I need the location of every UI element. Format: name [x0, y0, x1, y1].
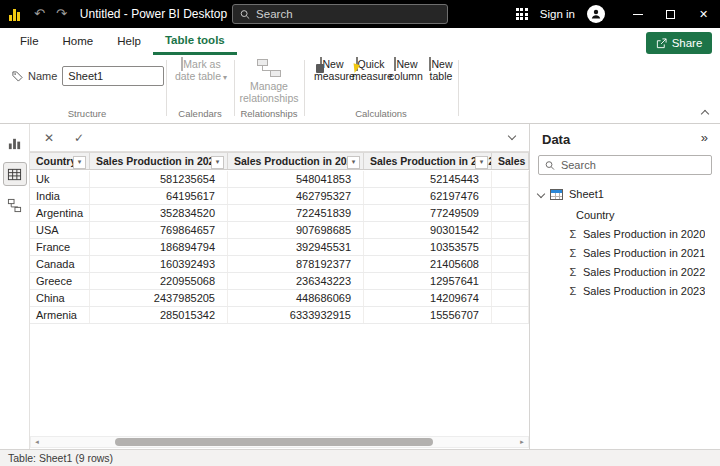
- table-cell[interactable]: 462795327: [228, 188, 364, 204]
- table-cell[interactable]: 548041853: [228, 171, 364, 187]
- table-cell[interactable]: [492, 239, 529, 255]
- collapse-ribbon-icon[interactable]: [701, 110, 709, 118]
- table-cell[interactable]: 15556707: [364, 307, 492, 323]
- scroll-right-icon[interactable]: ►: [516, 437, 528, 447]
- column-header[interactable]: Sales Production in 2023: [492, 153, 529, 169]
- report-view-button[interactable]: [3, 131, 27, 155]
- table-cell[interactable]: 160392493: [90, 256, 228, 272]
- scrollbar-thumb[interactable]: [115, 438, 433, 446]
- table-cell[interactable]: 392945531: [228, 239, 364, 255]
- column-header[interactable]: Sales Production in 2021▾: [228, 153, 364, 169]
- table-cell[interactable]: 21405608: [364, 256, 492, 272]
- table-row[interactable]: Uk58123565454804185352145443: [30, 171, 529, 188]
- table-cell[interactable]: 769864657: [90, 222, 228, 238]
- filter-dropdown-icon[interactable]: ▾: [347, 156, 360, 169]
- column-header[interactable]: Country▾: [30, 153, 90, 169]
- table-cell[interactable]: 52145443: [364, 171, 492, 187]
- table-row[interactable]: Argentina35283452072245183977249509: [30, 205, 529, 222]
- table-cell[interactable]: 220955068: [90, 273, 228, 289]
- titlebar-search-input[interactable]: [256, 8, 440, 20]
- table-cell[interactable]: 581235654: [90, 171, 228, 187]
- field-item[interactable]: ΣSales Production in 2020: [530, 224, 720, 243]
- undo-icon[interactable]: ↶: [34, 0, 45, 28]
- table-cell[interactable]: 448686069: [228, 290, 364, 306]
- table-row[interactable]: Greece22095506823634322312957641: [30, 273, 529, 290]
- tab-file[interactable]: File: [8, 28, 51, 55]
- table-cell[interactable]: 722451839: [228, 205, 364, 221]
- table-cell[interactable]: [492, 273, 529, 289]
- table-row[interactable]: USA76986465790769868590301542: [30, 222, 529, 239]
- table-row[interactable]: Canada16039249387819237721405608: [30, 256, 529, 273]
- share-button[interactable]: Share: [646, 32, 712, 54]
- scroll-left-icon[interactable]: ◄: [31, 437, 43, 447]
- table-cell[interactable]: 878192377: [228, 256, 364, 272]
- table-tree-item[interactable]: Sheet1: [530, 185, 720, 203]
- maximize-button[interactable]: [654, 0, 687, 28]
- table-cell[interactable]: 6333932915: [228, 307, 364, 323]
- table-row[interactable]: France18689479439294553110353575: [30, 239, 529, 256]
- table-cell[interactable]: 10353575: [364, 239, 492, 255]
- table-cell[interactable]: 2437985205: [90, 290, 228, 306]
- table-cell[interactable]: USA: [30, 222, 90, 238]
- table-cell[interactable]: [492, 171, 529, 187]
- table-cell[interactable]: 90301542: [364, 222, 492, 238]
- new-table-button[interactable]: New table: [424, 59, 458, 82]
- table-cell[interactable]: 77249509: [364, 205, 492, 221]
- table-cell[interactable]: Canada: [30, 256, 90, 272]
- table-cell[interactable]: Armenia: [30, 307, 90, 323]
- table-view-button[interactable]: [3, 162, 27, 186]
- tab-home[interactable]: Home: [51, 28, 106, 55]
- new-measure-button[interactable]: New measure: [314, 59, 350, 82]
- titlebar-search-box[interactable]: [232, 4, 448, 24]
- table-cell[interactable]: Greece: [30, 273, 90, 289]
- sign-in-button[interactable]: Sign in: [540, 8, 575, 20]
- tab-help[interactable]: Help: [105, 28, 153, 55]
- data-pane-search-box[interactable]: [538, 155, 712, 175]
- column-header[interactable]: Sales Production in 2020▾: [90, 153, 228, 169]
- horizontal-scrollbar[interactable]: ◄ ►: [30, 436, 529, 448]
- table-cell[interactable]: 12957641: [364, 273, 492, 289]
- table-row[interactable]: China243798520544868606914209674: [30, 290, 529, 307]
- quick-measure-button[interactable]: Quick measure: [352, 59, 388, 82]
- table-cell[interactable]: 285015342: [90, 307, 228, 323]
- field-item[interactable]: Country: [530, 205, 720, 224]
- expand-formula-bar-icon[interactable]: [508, 132, 516, 140]
- table-cell[interactable]: [492, 256, 529, 272]
- filter-dropdown-icon[interactable]: ▾: [475, 156, 488, 169]
- data-pane-search-input[interactable]: [561, 159, 705, 171]
- table-cell[interactable]: Argentina: [30, 205, 90, 221]
- table-cell[interactable]: [492, 205, 529, 221]
- model-view-button[interactable]: [3, 193, 27, 217]
- user-avatar[interactable]: [587, 5, 605, 23]
- field-item[interactable]: ΣSales Production in 2021: [530, 243, 720, 262]
- table-cell[interactable]: 62197476: [364, 188, 492, 204]
- checkmark-icon[interactable]: ✓: [74, 131, 84, 145]
- table-cell[interactable]: 907698685: [228, 222, 364, 238]
- close-button[interactable]: ✕: [687, 0, 720, 28]
- cancel-icon[interactable]: ✕: [44, 131, 54, 145]
- table-row[interactable]: India6419561746279532762197476: [30, 188, 529, 205]
- chevron-down-icon[interactable]: [537, 190, 545, 198]
- field-item[interactable]: ΣSales Production in 2022: [530, 262, 720, 281]
- table-cell[interactable]: [492, 290, 529, 306]
- table-cell[interactable]: China: [30, 290, 90, 306]
- table-cell[interactable]: Uk: [30, 171, 90, 187]
- table-cell[interactable]: [492, 222, 529, 238]
- new-column-button[interactable]: New column: [388, 59, 424, 82]
- apps-grid-icon[interactable]: [516, 8, 528, 20]
- minimize-button[interactable]: [621, 0, 654, 28]
- filter-dropdown-icon[interactable]: ▾: [73, 156, 86, 169]
- table-cell[interactable]: 186894794: [90, 239, 228, 255]
- filter-dropdown-icon[interactable]: ▾: [211, 156, 224, 169]
- table-cell[interactable]: 236343223: [228, 273, 364, 289]
- table-cell[interactable]: 352834520: [90, 205, 228, 221]
- table-name-input[interactable]: [62, 66, 164, 86]
- table-cell[interactable]: 14209674: [364, 290, 492, 306]
- collapse-pane-icon[interactable]: »: [701, 130, 708, 145]
- redo-icon[interactable]: ↷: [56, 0, 67, 28]
- column-header[interactable]: Sales Production in 2022▾: [364, 153, 492, 169]
- tab-table-tools[interactable]: Table tools: [153, 28, 237, 55]
- field-item[interactable]: ΣSales Production in 2023: [530, 281, 720, 300]
- table-row[interactable]: Armenia285015342633393291515556707: [30, 307, 529, 324]
- table-cell[interactable]: [492, 307, 529, 323]
